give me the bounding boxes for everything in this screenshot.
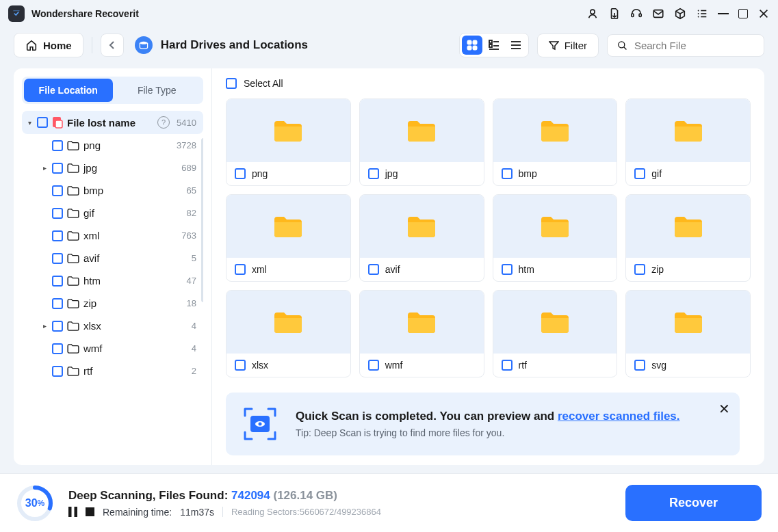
maximize-icon[interactable] [738, 9, 748, 18]
view-grid-button[interactable] [462, 36, 482, 55]
expand-icon[interactable]: ▸ [41, 164, 48, 172]
folder-icon [67, 344, 79, 354]
search-box[interactable] [607, 34, 764, 57]
tree-item-jpg[interactable]: ▸jpg689 [22, 157, 203, 179]
tree-item-png[interactable]: png3728 [22, 134, 203, 157]
scrollbar[interactable] [201, 138, 203, 302]
search-input[interactable] [634, 40, 754, 51]
tree-item-label: wmf [83, 343, 103, 354]
checkbox[interactable] [235, 360, 246, 371]
folder-label: gif [651, 168, 662, 179]
recover-button[interactable]: Recover [625, 485, 762, 521]
help-icon[interactable]: ? [157, 116, 170, 129]
folder-icon [540, 310, 570, 334]
folder-card-jpg[interactable]: jpg [359, 98, 484, 186]
select-all-checkbox[interactable] [226, 78, 237, 89]
stop-button[interactable] [86, 507, 94, 516]
tree-item-htm[interactable]: htm47 [22, 269, 203, 292]
folder-label: bmp [519, 168, 537, 179]
folder-card-svg[interactable]: svg [625, 290, 751, 377]
checkbox[interactable] [52, 321, 63, 332]
checkbox[interactable] [52, 140, 63, 151]
back-button[interactable] [101, 34, 124, 57]
folder-card-zip[interactable]: zip [625, 194, 751, 282]
tab-file-type[interactable]: File Type [113, 79, 202, 102]
list-icon[interactable] [696, 8, 708, 20]
folder-card-xml[interactable]: xml [226, 194, 351, 282]
tree-item-label: gif [83, 207, 94, 219]
folder-card-avif[interactable]: avif [359, 194, 484, 282]
checkbox[interactable] [235, 168, 246, 179]
home-button[interactable]: Home [14, 33, 83, 57]
folder-icon [67, 299, 79, 308]
checkbox[interactable] [52, 208, 63, 219]
folder-icon [406, 214, 437, 239]
checkbox[interactable] [368, 360, 379, 371]
view-list-button[interactable] [484, 36, 504, 55]
checkbox[interactable] [52, 366, 63, 377]
tree-item-wmf[interactable]: wmf4 [22, 337, 203, 360]
checkbox[interactable] [502, 264, 513, 275]
filter-button[interactable]: Filter [537, 34, 599, 57]
checkbox[interactable] [52, 276, 63, 287]
checkbox[interactable] [52, 163, 63, 174]
folder-icon [67, 321, 79, 331]
folder-card-bmp[interactable]: bmp [493, 98, 618, 186]
checkbox[interactable] [52, 185, 63, 196]
close-icon[interactable] [757, 8, 770, 20]
app-title: Wondershare Recoverit [31, 8, 139, 19]
support-icon[interactable] [630, 8, 643, 20]
collapse-icon[interactable]: ▾ [26, 119, 33, 127]
tree-item-bmp[interactable]: bmp65 [22, 179, 203, 202]
tree-item-avif[interactable]: avif5 [22, 247, 203, 269]
folder-card-gif[interactable]: gif [625, 98, 751, 186]
checkbox[interactable] [634, 264, 645, 275]
view-lines-button[interactable] [506, 36, 526, 55]
tree-item-xlsx[interactable]: ▸xlsx4 [22, 315, 203, 337]
svg-point-25 [619, 41, 625, 47]
tree-root[interactable]: ▾ File lost name ? 5410 [22, 111, 203, 134]
recover-files-link[interactable]: recover scanned files. [558, 410, 680, 423]
checkbox[interactable] [52, 343, 63, 354]
checkbox[interactable] [502, 360, 513, 371]
svg-rect-1 [632, 14, 634, 17]
checkbox[interactable] [368, 264, 379, 275]
checkbox[interactable] [37, 117, 48, 128]
tree-item-count: 3728 [177, 140, 199, 150]
tree-item-rtf[interactable]: rtf2 [22, 360, 203, 382]
folder-card-png[interactable]: png [226, 98, 351, 186]
tree-item-gif[interactable]: gif82 [22, 202, 203, 224]
tree-item-xml[interactable]: xml763 [22, 224, 203, 247]
tree-item-count: 2 [192, 366, 199, 376]
folder-card-xlsx[interactable]: xlsx [226, 290, 351, 377]
folder-card-rtf[interactable]: rtf [493, 290, 618, 377]
sidebar-tabs: File Location File Type [22, 77, 203, 104]
checkbox[interactable] [634, 168, 645, 179]
banner-close-button[interactable]: ✕ [718, 401, 730, 417]
folder-label: xlsx [252, 360, 268, 371]
select-all-label: Select All [244, 78, 283, 89]
checkbox[interactable] [502, 168, 513, 179]
mail-icon[interactable] [652, 8, 664, 20]
checkbox[interactable] [52, 298, 63, 309]
pause-button[interactable] [68, 507, 77, 517]
tree-item-zip[interactable]: zip18 [22, 292, 203, 315]
banner-tip: Tip: Deep Scan is trying to find more fi… [296, 427, 680, 438]
folder-icon [406, 118, 437, 143]
folder-card-wmf[interactable]: wmf [359, 290, 484, 377]
checkbox[interactable] [235, 264, 246, 275]
tree-item-label: xml [83, 230, 99, 241]
minimize-icon[interactable] [718, 13, 729, 14]
box-icon[interactable] [674, 8, 686, 20]
checkbox[interactable] [368, 168, 379, 179]
file-icon[interactable] [608, 8, 621, 20]
checkbox[interactable] [52, 253, 63, 264]
account-icon[interactable] [586, 8, 599, 20]
checkbox[interactable] [52, 230, 63, 241]
folder-label: jpg [385, 168, 398, 179]
checkbox[interactable] [634, 360, 645, 371]
expand-icon[interactable]: ▸ [41, 322, 48, 330]
svg-rect-2 [639, 14, 641, 17]
tab-file-location[interactable]: File Location [24, 79, 113, 102]
folder-card-htm[interactable]: htm [493, 194, 618, 282]
